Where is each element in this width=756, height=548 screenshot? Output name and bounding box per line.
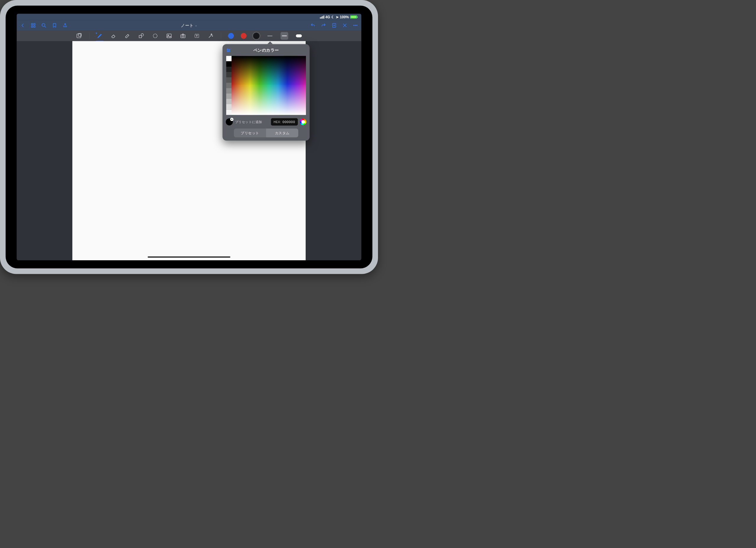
add-preset-icon: + <box>230 118 234 121</box>
hex-label: HEX: <box>273 120 281 124</box>
color-swatch-red[interactable] <box>241 33 247 39</box>
thickness-medium[interactable] <box>281 32 288 40</box>
network-label: 4G <box>325 15 330 19</box>
moon-icon: ☾ <box>331 15 335 19</box>
close-button[interactable] <box>342 22 348 28</box>
svg-point-19 <box>227 49 228 50</box>
battery-icon: ⚡ <box>350 15 357 19</box>
tab-preset[interactable]: プリセット <box>234 129 266 138</box>
svg-rect-14 <box>167 34 171 38</box>
grid-button[interactable] <box>30 22 36 28</box>
svg-point-17 <box>182 35 184 37</box>
svg-point-12 <box>141 34 144 36</box>
svg-point-8 <box>356 25 357 26</box>
bluetooth-icon: ∗ <box>95 32 97 35</box>
add-preset-label[interactable]: プリセットに追加 <box>235 120 269 124</box>
canvas-area: ペンのカラー + プリセットに追加 HEX: 000000 <box>17 41 361 261</box>
redo-button[interactable] <box>321 22 327 28</box>
share-button[interactable] <box>62 22 68 28</box>
hex-value: 000000 <box>283 120 295 124</box>
color-swatch-blue[interactable] <box>228 33 234 39</box>
svg-rect-2 <box>31 26 33 27</box>
tab-custom[interactable]: カスタム <box>266 129 298 138</box>
svg-rect-9 <box>77 34 81 38</box>
pen-tool[interactable]: ∗ <box>96 32 103 40</box>
home-indicator[interactable] <box>148 257 230 258</box>
settings-icon[interactable] <box>226 48 231 53</box>
battery-percent: 100% <box>340 15 349 19</box>
svg-rect-3 <box>34 26 35 27</box>
status-bar: 4G ☾ ➤ 100% ⚡ <box>17 14 361 20</box>
color-tabs: プリセット カスタム <box>234 129 298 138</box>
search-button[interactable] <box>41 22 47 28</box>
image-tool[interactable] <box>166 32 173 40</box>
read-mode-tool[interactable] <box>75 32 82 40</box>
title-text: ノート <box>181 23 193 28</box>
text-tool[interactable] <box>193 32 201 40</box>
svg-point-13 <box>153 34 157 38</box>
svg-rect-0 <box>31 24 33 25</box>
color-popover: ペンのカラー + プリセットに追加 HEX: 000000 <box>223 44 310 141</box>
location-icon: ➤ <box>336 15 339 19</box>
signal-icon <box>320 15 324 19</box>
svg-point-6 <box>353 25 354 26</box>
tool-bar: ∗ <box>17 31 361 41</box>
back-button[interactable] <box>20 22 26 28</box>
shape-tool[interactable] <box>138 32 145 40</box>
hex-input[interactable]: HEX: 000000 <box>271 118 298 126</box>
chevron-down-icon: ⌄ <box>195 24 197 27</box>
svg-point-21 <box>228 51 229 52</box>
popover-title: ペンのカラー <box>253 48 279 53</box>
add-page-button[interactable] <box>331 22 337 28</box>
document-title[interactable]: ノート ⌄ <box>181 23 197 28</box>
more-button[interactable] <box>353 22 359 28</box>
svg-point-20 <box>229 50 230 51</box>
camera-tool[interactable] <box>180 32 187 40</box>
eraser-tool[interactable] <box>110 32 117 40</box>
thickness-thick[interactable] <box>295 32 303 40</box>
color-swatch-black[interactable] <box>253 33 259 39</box>
lasso-tool[interactable] <box>152 32 159 40</box>
highlighter-tool[interactable] <box>124 32 131 40</box>
bookmark-button[interactable] <box>52 22 58 28</box>
color-grid[interactable] <box>226 56 306 115</box>
undo-button[interactable] <box>310 22 316 28</box>
wand-tool[interactable] <box>207 32 214 40</box>
app-header: ノート ⌄ <box>17 20 361 31</box>
color-wheel-button[interactable] <box>300 119 307 125</box>
svg-rect-1 <box>34 24 35 25</box>
svg-point-7 <box>355 25 356 26</box>
current-color-swatch[interactable]: + <box>226 118 233 125</box>
thickness-thin[interactable] <box>266 32 274 40</box>
